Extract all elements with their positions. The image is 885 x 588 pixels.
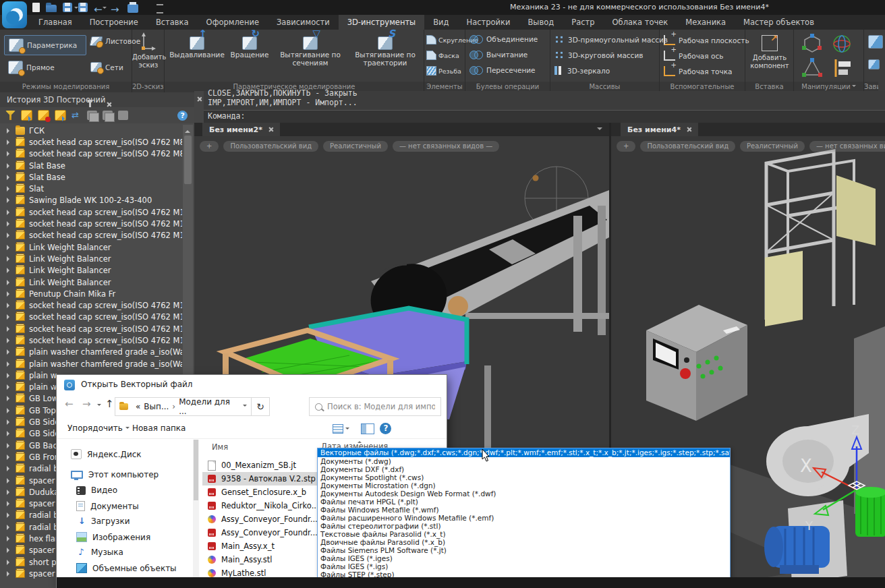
chamfer-button[interactable]: Фаска <box>426 51 459 60</box>
view-mode-caret-icon[interactable] <box>345 428 349 432</box>
new-folder-button[interactable]: Новая папка <box>132 423 185 433</box>
search-input[interactable]: Поиск в: Модели для импо... <box>309 397 441 416</box>
expander-icon[interactable] <box>7 501 12 506</box>
sweep-button[interactable]: S Вытягивание по траектории <box>348 32 422 67</box>
ribbon-tab[interactable]: Вид <box>424 15 457 30</box>
qat-more-icon[interactable] <box>156 4 163 13</box>
scale3d-icon[interactable] <box>802 58 822 78</box>
chevron-down-icon[interactable] <box>852 85 856 89</box>
viewport-pill[interactable]: — нет связанных видов — <box>393 141 499 152</box>
subtract-button[interactable]: Вычитание <box>469 51 527 59</box>
mirror3d-button[interactable]: 3D-зеркало <box>554 66 610 75</box>
expander-icon[interactable] <box>7 338 12 343</box>
address-caret-icon[interactable] <box>243 405 247 409</box>
expander-icon[interactable] <box>7 314 12 320</box>
command-prompt-row[interactable] <box>204 110 885 123</box>
sidebar-item[interactable]: Яндекс.Диск <box>71 449 142 459</box>
file-type-option[interactable]: Файлы Windows Metafile (*.wmf) <box>318 506 730 514</box>
file-type-option[interactable]: Документы Autodesk Design Web Format (*.… <box>318 490 730 498</box>
viewport-pill[interactable]: + <box>617 141 635 152</box>
close-icon[interactable] <box>268 127 273 132</box>
error-icon[interactable] <box>38 110 49 121</box>
sidebar-item[interactable]: Загрузки <box>76 517 130 526</box>
close-icon[interactable] <box>196 96 202 102</box>
dialog-help-icon[interactable] <box>380 423 391 434</box>
file-type-option[interactable]: Двоичные файлы Parasolid (*.x_b) <box>318 538 730 546</box>
save-as-icon[interactable] <box>78 3 88 12</box>
expander-icon[interactable] <box>7 571 12 577</box>
file-type-option[interactable]: Документы Spotlight (*.cws) <box>318 473 730 481</box>
refresh-icon[interactable] <box>72 111 82 120</box>
file-type-dropdown[interactable]: Векторные файлы (*.dwg;*.dxf;*.cws;*.dgn… <box>317 448 731 578</box>
expander-icon[interactable] <box>7 151 12 156</box>
file-type-option[interactable]: Документы (*.dwg) <box>318 457 730 465</box>
parametric-mode-button[interactable]: Параметрика <box>4 35 86 55</box>
sidebar-item[interactable]: Изображения <box>76 532 150 542</box>
close-icon[interactable] <box>106 102 111 107</box>
work-plane-button[interactable]: Рабочая плоскость <box>664 35 749 45</box>
expander-icon[interactable] <box>7 221 12 227</box>
file-type-option[interactable]: Файлы расширенного Windows Metafile (*.e… <box>318 514 730 522</box>
expander-icon[interactable] <box>7 443 12 448</box>
dialog-sidebar[interactable]: Яндекс.Диск Этот компьютер Видео Докумен… <box>57 440 192 588</box>
close-icon[interactable] <box>686 127 691 132</box>
sidebar-item[interactable]: Документы <box>76 501 139 511</box>
pin-icon[interactable] <box>89 102 91 107</box>
tree-item[interactable]: Link Weight Balancer <box>1 241 182 253</box>
expander-icon[interactable] <box>7 384 12 390</box>
scroll-thumb[interactable] <box>184 136 192 184</box>
expander-icon[interactable] <box>7 256 12 262</box>
ribbon-tab[interactable]: Вывод <box>519 15 563 30</box>
file-type-option[interactable]: Файлы Siemens PLM Software (*.jt) <box>318 546 730 554</box>
tree-item[interactable]: Penutup Chain Mika Fr <box>1 288 182 299</box>
rect-array-button[interactable]: 3D-прямоугольный массив <box>554 35 668 44</box>
file-type-option[interactable]: Документы DXF (*.dxf) <box>318 465 730 473</box>
tree-item[interactable]: Sawing Blade WK 100-2-43-400 <box>1 195 182 206</box>
paste-icon[interactable] <box>103 111 113 120</box>
file-type-option[interactable]: Файлы стереолитографии (*.stl) <box>318 522 730 530</box>
expander-icon[interactable] <box>7 268 12 273</box>
sidebar-item[interactable]: Объемные объекты <box>76 563 177 573</box>
expander-icon[interactable] <box>7 408 12 413</box>
settings-icon[interactable] <box>118 111 128 120</box>
breadcrumb-current[interactable]: Модели для ... <box>179 397 239 416</box>
column-header-name[interactable]: Имя <box>212 442 228 452</box>
sidebar-item[interactable]: Музыка <box>76 548 123 557</box>
nav-history-caret-icon[interactable] <box>97 404 101 408</box>
revolve-button[interactable]: ↻ Вращение <box>228 32 271 59</box>
filter-icon[interactable] <box>5 111 16 120</box>
expander-icon[interactable] <box>7 163 12 169</box>
ribbon-tab[interactable]: Механика <box>677 15 735 30</box>
expander-icon[interactable] <box>7 431 12 436</box>
expander-icon[interactable] <box>7 210 12 215</box>
expander-icon[interactable] <box>7 466 12 471</box>
ribbon-tab[interactable]: Облака точек <box>604 15 677 30</box>
command-prompt[interactable]: Команда: <box>208 111 245 121</box>
expander-icon[interactable] <box>7 245 12 250</box>
nav-back-icon[interactable] <box>65 398 74 410</box>
ribbon-tab[interactable]: Вставка <box>147 15 198 30</box>
tree-item[interactable]: plain washer chamfered grade a_iso(Washe <box>1 347 182 358</box>
expander-icon[interactable] <box>7 478 12 483</box>
add-component-button[interactable]: Добавить компонент <box>745 35 794 70</box>
refresh-button[interactable] <box>251 397 270 416</box>
file-type-option[interactable]: Документы Microstation (*.dgn) <box>318 481 730 490</box>
work-point-button[interactable]: Рабочая точка <box>664 66 732 76</box>
file-row[interactable]: 9358 - Автоклав V.2.stp <box>202 472 321 486</box>
expander-icon[interactable] <box>7 349 12 355</box>
expander-icon[interactable] <box>7 536 12 541</box>
expander-icon[interactable] <box>7 140 12 145</box>
breadcrumb-parent[interactable]: Вып... <box>144 402 169 411</box>
polar-array-button[interactable]: 3D-круговой массив <box>554 51 643 59</box>
expander-icon[interactable] <box>7 373 12 378</box>
tree-item[interactable]: socket head cap screw_iso(ISO 4762 M12 x <box>1 230 182 241</box>
expander-icon[interactable] <box>7 512 12 518</box>
tree-item[interactable]: ГСК <box>1 125 182 136</box>
forward-icon[interactable] <box>111 3 121 13</box>
tree-item[interactable]: socket head cap screw_iso(ISO 4762 M12 x <box>1 206 182 218</box>
preview-pane-icon[interactable] <box>361 423 374 434</box>
app-logo-icon[interactable] <box>2 1 27 28</box>
loft-button[interactable]: ▽ Вытягивание по сечениям <box>274 32 347 67</box>
tree-item[interactable]: Link Weight Balancer <box>1 253 182 264</box>
work-axis-button[interactable]: Рабочая ось <box>664 51 723 61</box>
